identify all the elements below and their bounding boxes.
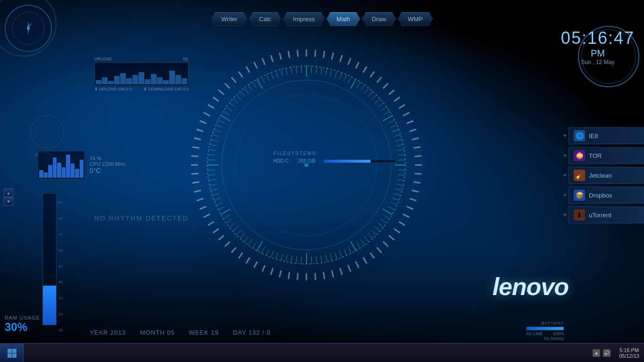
date-info: YEAR 2013 MONTH 05 WEEK 19 DAY 132 / 0 [90, 329, 271, 336]
battery-percent: 100% [553, 331, 564, 336]
tor-label: TOR [589, 152, 602, 159]
fs-label: HDD C: [273, 158, 295, 164]
svg-line-139 [323, 51, 324, 58]
network-monitor: UPLOAD DL ⬆ UPLOAD 146.0 b ⬇ DOWNLOAD 14… [94, 57, 189, 91]
svg-line-109 [211, 140, 217, 141]
svg-line-101 [209, 180, 216, 181]
svg-line-48 [396, 184, 404, 186]
start-button[interactable] [0, 344, 24, 362]
scroll-up-arrow[interactable]: ▲ [4, 189, 13, 197]
sidebar-app-ie8[interactable]: 🌐 IE8 [569, 127, 644, 144]
svg-line-166 [389, 235, 394, 240]
cpu-usage: 74 % [90, 156, 125, 161]
svg-line-42 [398, 155, 405, 156]
svg-line-38 [394, 134, 400, 137]
svg-line-179 [289, 272, 289, 279]
svg-line-46 [398, 174, 405, 175]
svg-line-138 [315, 50, 315, 57]
cpu-graph [38, 151, 85, 179]
svg-line-117 [230, 103, 235, 107]
svg-line-130 [286, 68, 287, 75]
svg-line-202 [200, 121, 206, 123]
svg-line-67 [339, 251, 342, 257]
svg-line-128 [276, 71, 278, 77]
svg-line-174 [332, 271, 334, 278]
svg-line-40 [396, 144, 404, 146]
svg-line-85 [253, 242, 256, 248]
svg-line-163 [403, 214, 409, 217]
visualizer: /* ticks rendered via JS below */ [189, 47, 424, 285]
clock-ampm: PM [561, 48, 635, 59]
fs-bar-fill [324, 160, 371, 163]
svg-line-127 [271, 73, 273, 79]
sidebar-app-jetclean[interactable]: 🧹 Jetclean [569, 167, 644, 184]
app-buttons-container: Writer Calc Impress Math Draw WMP [211, 12, 433, 26]
net-download-value: ⬇ DOWNLOAD 145.0 b [143, 87, 189, 91]
scroll-down-arrow[interactable]: ▼ [4, 197, 13, 206]
utorrent-icon: ⬇ [574, 209, 585, 221]
svg-line-208 [231, 77, 236, 82]
battery-info: AC LINE 100% [526, 331, 564, 336]
svg-line-204 [208, 105, 214, 108]
cpu-widget: 74 % CPU 2200 MHz 0°C [38, 151, 125, 179]
svg-line-110 [212, 134, 219, 137]
svg-line-106 [208, 155, 215, 156]
svg-rect-220 [12, 354, 17, 358]
ie8-label: IE8 [589, 132, 598, 140]
svg-line-176 [315, 273, 315, 280]
svg-line-17 [321, 67, 322, 74]
svg-line-151 [403, 113, 409, 116]
svg-line-123 [253, 82, 256, 88]
svg-line-36 [390, 125, 397, 128]
cpu-info: 74 % CPU 2200 MHz 0°C [90, 156, 125, 174]
svg-line-35 [388, 120, 395, 123]
svg-line-181 [271, 268, 273, 275]
net-bar [108, 81, 114, 84]
svg-line-216 [297, 50, 298, 57]
ram-bars-container [42, 193, 57, 325]
svg-line-149 [394, 97, 400, 101]
svg-line-55 [384, 215, 390, 219]
svg-line-51 [392, 198, 399, 200]
svg-line-95 [218, 207, 224, 210]
app-btn-math[interactable]: Math [327, 12, 360, 26]
svg-line-43 [398, 160, 405, 160]
svg-line-70 [326, 255, 327, 262]
filesystem-widget: FILESYSTEMS: HDD C: 265 GiB [273, 151, 396, 165]
sidebar-app-tor[interactable]: 🧅 TOR [569, 147, 644, 164]
svg-line-50 [394, 193, 400, 196]
svg-line-26 [361, 85, 365, 90]
svg-line-60 [368, 233, 372, 239]
net-bar [169, 71, 175, 84]
svg-line-71 [321, 256, 322, 263]
right-sidebar: 🌐 IE8 🧅 TOR 🧹 Jetclean 📦 Dropbox ⬇ uTorr… [569, 127, 644, 223]
svg-line-78 [286, 255, 287, 262]
svg-line-27 [364, 88, 369, 94]
svg-line-201 [197, 129, 203, 132]
app-btn-wmp[interactable]: WMP [398, 12, 433, 26]
lenovo-logo: lenovo [492, 272, 569, 301]
net-bar [126, 78, 132, 84]
svg-line-64 [351, 241, 356, 251]
net-download-label: DL [183, 57, 189, 61]
svg-line-122 [248, 85, 253, 90]
svg-line-53 [388, 207, 395, 210]
svg-line-72 [316, 256, 317, 263]
svg-line-173 [340, 268, 342, 275]
taskbar-speaker-icon[interactable]: 🔊 [603, 349, 611, 357]
battery-bar-fill [527, 327, 563, 330]
svg-line-87 [244, 237, 248, 242]
svg-line-146 [377, 77, 381, 82]
net-bar [163, 80, 169, 84]
sidebar-app-utorrent[interactable]: ⬇ uTorrent [569, 206, 644, 223]
sidebar-app-dropbox[interactable]: 📦 Dropbox [569, 187, 644, 204]
svg-line-191 [204, 214, 210, 217]
app-btn-impress[interactable]: Impress [283, 12, 325, 26]
taskbar-date-value: 05/12/13 [619, 353, 639, 359]
svg-line-159 [413, 182, 421, 183]
net-bar [114, 76, 120, 84]
app-btn-writer[interactable]: Writer [211, 12, 247, 26]
app-btn-draw[interactable]: Draw [362, 12, 396, 26]
svg-line-22 [344, 74, 347, 81]
app-btn-calc[interactable]: Calc [249, 12, 281, 26]
